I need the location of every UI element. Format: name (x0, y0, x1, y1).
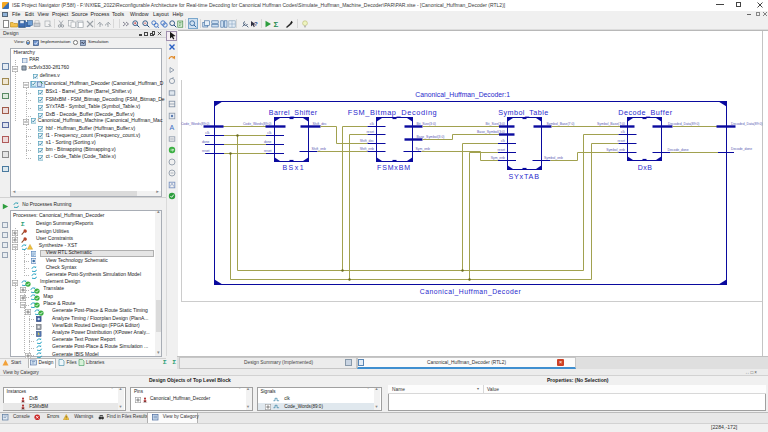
svg-text:BSx1: BSx1 (282, 164, 305, 171)
svg-text:Code_Words(89:0): Code_Words(89:0) (243, 122, 272, 126)
svg-text:Shift_enb: Shift_enb (360, 147, 374, 151)
svg-text:Base_Symbol(3:0): Base_Symbol(3:0) (477, 130, 505, 134)
svg-text:done: done (202, 140, 210, 144)
svg-text:SYxTAB: SYxTAB (508, 172, 539, 181)
svg-text:FSM_Bitmap_Decoding: FSM_Bitmap_Decoding (348, 108, 437, 117)
svg-text:clk: clk (501, 139, 505, 143)
svg-text:reset: reset (202, 149, 210, 153)
svg-text:Shift_dec: Shift_dec (313, 122, 327, 126)
svg-text:Canonical_Huffman_Decoder: Canonical_Huffman_Decoder (420, 288, 522, 296)
svg-text:Sym_enb: Sym_enb (491, 156, 505, 160)
svg-text:reset: reset (617, 139, 625, 143)
svg-text:Symbol_Base(7:0): Symbol_Base(7:0) (547, 122, 575, 126)
svg-text:Shift_enb: Shift_enb (312, 147, 326, 151)
svg-text:clk: clk (205, 131, 209, 135)
svg-text:Symbol_enb: Symbol_enb (544, 156, 563, 160)
svg-text:clk: clk (267, 131, 271, 135)
svg-text:Decode_Buffer: Decode_Buffer (618, 108, 672, 117)
svg-text:reset: reset (366, 130, 374, 134)
svg-text:Canonical_Huffman_Decoder:1: Canonical_Huffman_Decoder:1 (415, 91, 510, 99)
svg-text:reset: reset (497, 148, 505, 152)
svg-text:Symbol_enb: Symbol_enb (606, 148, 625, 152)
svg-text:done: done (264, 140, 272, 144)
svg-text:clk: clk (370, 122, 374, 126)
svg-text:Symbol_Base(7:0): Symbol_Base(7:0) (597, 122, 625, 126)
svg-text:reset: reset (264, 149, 272, 153)
svg-text:Symbol_Table: Symbol_Table (498, 108, 549, 117)
svg-text:Decoded_Data(89:0): Decoded_Data(89:0) (731, 122, 762, 126)
svg-text:Base_Symbol(3:0): Base_Symbol(3:0) (417, 135, 445, 139)
svg-text:Decode_done: Decode_done (668, 148, 689, 152)
svg-text:Sym_enb: Sym_enb (416, 147, 430, 151)
svg-text:Decoded_Data(89:0): Decoded_Data(89:0) (668, 122, 699, 126)
svg-text:FSMxBM: FSMxBM (377, 164, 411, 171)
svg-text:Code_Words(89:0): Code_Words(89:0) (181, 122, 210, 126)
svg-text:Bit_Size(3:0): Bit_Size(3:0) (486, 122, 505, 126)
svg-text:DxB: DxB (638, 164, 653, 171)
svg-text:Barrel_Shifter: Barrel_Shifter (269, 109, 318, 117)
svg-text:Bit_Size(3:0): Bit_Size(3:0) (417, 122, 436, 126)
svg-text:Shift_dec: Shift_dec (360, 139, 374, 143)
svg-text:Decode_done: Decode_done (731, 147, 752, 151)
svg-text:clk: clk (621, 130, 625, 134)
